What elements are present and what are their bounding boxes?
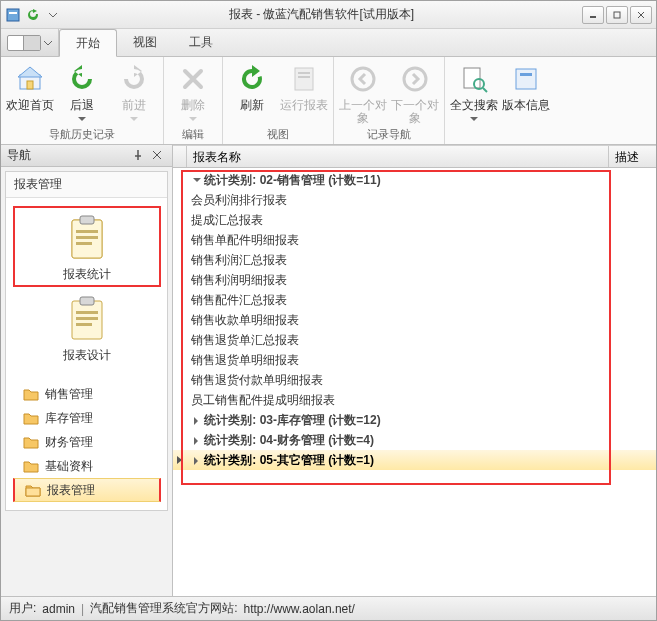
app-icon <box>5 7 21 23</box>
close-icon[interactable] <box>152 149 166 163</box>
next-object-button: 下一个对象 <box>390 59 440 125</box>
col-report-name[interactable]: 报表名称 <box>187 146 609 167</box>
refresh-button[interactable]: 刷新 <box>227 59 277 125</box>
ribbon-group-nav-history: 导航历史记录 <box>5 125 159 144</box>
fulltext-search-button[interactable]: 全文搜索 <box>449 59 499 128</box>
tab-view[interactable]: 视图 <box>117 29 173 56</box>
folder-basic[interactable]: 基础资料 <box>13 454 161 478</box>
run-report-button: 运行报表 <box>279 59 329 125</box>
grid-header: 报表名称 描述 <box>173 146 656 168</box>
prev-object-button: 上一个对象 <box>338 59 388 125</box>
svg-rect-26 <box>76 317 98 320</box>
svg-rect-16 <box>520 73 532 76</box>
maximize-button[interactable] <box>606 6 628 24</box>
grid-row[interactable]: 销售退货单明细报表 <box>173 350 656 370</box>
ribbon-group-view: 视图 <box>227 125 329 144</box>
window-title: 报表 - 傲蓝汽配销售软件[试用版本] <box>61 6 582 23</box>
statusbar: 用户: admin | 汽配销售管理系统官方网站: http://www.aol… <box>1 596 656 620</box>
grid-row[interactable]: 提成汇总报表 <box>173 210 656 230</box>
svg-rect-21 <box>76 236 98 239</box>
svg-rect-1 <box>9 12 17 14</box>
svg-rect-19 <box>80 216 94 224</box>
svg-rect-12 <box>464 68 480 88</box>
group-row[interactable]: 统计类别: 04-财务管理 (计数=4) <box>173 430 656 450</box>
svg-rect-7 <box>295 68 313 90</box>
minimize-button[interactable] <box>582 6 604 24</box>
grid-row[interactable]: 销售单配件明细报表 <box>173 230 656 250</box>
svg-line-14 <box>483 88 487 92</box>
status-site-label: 汽配销售管理系统官方网站: <box>90 600 237 617</box>
grid-row[interactable]: 会员利润排行报表 <box>173 190 656 210</box>
grid-row[interactable]: 销售利润汇总报表 <box>173 250 656 270</box>
tab-start[interactable]: 开始 <box>59 29 117 57</box>
delete-button: 删除 <box>168 59 218 125</box>
folder-finance[interactable]: 财务管理 <box>13 430 161 454</box>
report-design-item[interactable]: 报表设计 <box>13 289 161 366</box>
svg-rect-24 <box>80 297 94 305</box>
forward-button: 前进 <box>109 59 159 125</box>
svg-point-10 <box>352 68 374 90</box>
group-row-selected[interactable]: 统计类别: 05-其它管理 (计数=1) <box>173 450 656 470</box>
svg-rect-20 <box>76 230 98 233</box>
svg-rect-27 <box>76 323 92 326</box>
folder-sales[interactable]: 销售管理 <box>13 382 161 406</box>
view-mode-toggle[interactable] <box>1 29 59 56</box>
grid-row[interactable]: 销售配件汇总报表 <box>173 290 656 310</box>
group-row[interactable]: 统计类别: 03-库存管理 (计数=12) <box>173 410 656 430</box>
svg-rect-3 <box>614 12 620 18</box>
dropdown-icon[interactable] <box>45 7 61 23</box>
main-pane: 报表名称 描述 统计类别: 02-销售管理 (计数=11) 会员利润排行报表 提… <box>173 145 656 596</box>
nav-folders: 销售管理 库存管理 财务管理 基础资料 报表管理 <box>13 382 161 502</box>
nav-header: 导航 <box>1 145 172 167</box>
folder-stock[interactable]: 库存管理 <box>13 406 161 430</box>
grid-row[interactable]: 销售退货单汇总报表 <box>173 330 656 350</box>
grid-row[interactable]: 员工销售配件提成明细报表 <box>173 390 656 410</box>
svg-rect-0 <box>7 9 19 21</box>
titlebar: 报表 - 傲蓝汽配销售软件[试用版本] <box>1 1 656 29</box>
svg-rect-25 <box>76 311 98 314</box>
report-stats-item[interactable]: 报表统计 <box>13 206 161 287</box>
svg-rect-6 <box>27 81 33 89</box>
grid-body[interactable]: 统计类别: 02-销售管理 (计数=11) 会员利润排行报表 提成汇总报表 销售… <box>173 168 656 596</box>
nav-title: 导航 <box>7 147 31 164</box>
pin-icon[interactable] <box>132 149 146 163</box>
group-row[interactable]: 统计类别: 02-销售管理 (计数=11) <box>173 170 656 190</box>
folder-reports[interactable]: 报表管理 <box>13 478 161 502</box>
tab-tools[interactable]: 工具 <box>173 29 229 56</box>
back-button[interactable]: 后退 <box>57 59 107 125</box>
home-button[interactable]: 欢迎首页 <box>5 59 55 125</box>
nav-pane: 导航 报表管理 报表统计 报表设计 销售管理 <box>1 145 173 596</box>
grid-row[interactable]: 销售利润明细报表 <box>173 270 656 290</box>
svg-marker-5 <box>18 67 42 77</box>
status-site-url[interactable]: http://www.aolan.net/ <box>244 602 355 616</box>
svg-rect-8 <box>298 72 310 74</box>
col-description[interactable]: 描述 <box>609 146 656 167</box>
svg-point-11 <box>404 68 426 90</box>
svg-rect-9 <box>298 76 310 78</box>
grid-row[interactable]: 销售收款单明细报表 <box>173 310 656 330</box>
ribbon: 欢迎首页 后退 前进 导航历史记录 删除 编辑 刷新 <box>1 57 656 145</box>
close-button[interactable] <box>630 6 652 24</box>
version-info-button[interactable]: 版本信息 <box>501 59 551 128</box>
refresh-icon[interactable] <box>25 7 41 23</box>
ribbon-tabs: 开始 视图 工具 <box>1 29 656 57</box>
grid-row[interactable]: 销售退货付款单明细报表 <box>173 370 656 390</box>
svg-rect-15 <box>516 69 536 89</box>
status-user-label: 用户: <box>9 600 36 617</box>
ribbon-group-edit: 编辑 <box>168 125 218 144</box>
svg-rect-22 <box>76 242 92 245</box>
ribbon-group-record-nav: 记录导航 <box>338 125 440 144</box>
status-user-value: admin <box>42 602 75 616</box>
nav-card-title: 报表管理 <box>6 172 167 198</box>
